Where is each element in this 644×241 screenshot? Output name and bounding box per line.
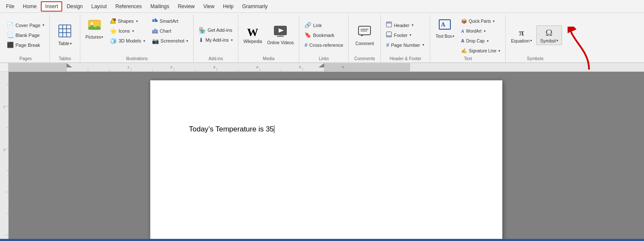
symbol-label: Symbol [540, 38, 556, 43]
drop-cap-dropdown: ▾ [487, 39, 489, 43]
menu-review[interactable]: Review [173, 2, 199, 11]
3d-models-button[interactable]: 🧊 3D Models ▾ [107, 36, 148, 46]
menu-home[interactable]: Home [18, 2, 41, 11]
wordart-button[interactable]: A WordArt ▾ [459, 26, 503, 36]
shapes-button[interactable]: Shapes ▾ [107, 16, 148, 26]
table-button[interactable]: Table ▾ [52, 22, 77, 48]
screenshot-button[interactable]: 📷 Screenshot ▾ [149, 36, 191, 46]
bookmark-button[interactable]: 🔖 Bookmark [302, 31, 346, 40]
menu-grammarly[interactable]: Grammarly [238, 2, 272, 11]
wordart-dropdown: ▾ [484, 29, 486, 33]
menu-help[interactable]: Help [219, 2, 238, 11]
document-content[interactable]: Today’s Temperature is 35 [189, 123, 464, 135]
menu-view[interactable]: View [199, 2, 219, 11]
icons-label: Icons [118, 28, 130, 34]
menu-layout[interactable]: Layout [87, 2, 111, 11]
page-break-button[interactable]: ⬛ Page Break [4, 40, 47, 50]
header-footer-group-label: Header & Footer [383, 55, 427, 62]
signature-line-label: Signature Line [469, 49, 497, 53]
header-button[interactable]: Header ▾ [383, 21, 427, 30]
equation-label: Equation [511, 38, 529, 43]
equation-button[interactable]: π Equation ▾ [508, 25, 534, 45]
pages-group-label: Pages [4, 55, 47, 62]
smartart-label: SmartArt [160, 18, 178, 24]
header-icon [386, 21, 392, 29]
text-box-label: Text Box [435, 34, 452, 39]
comments-group-label: Comments [351, 55, 378, 62]
smartart-button[interactable]: SmartArt [149, 16, 191, 26]
svg-rect-24 [386, 22, 392, 24]
wikipedia-button[interactable]: W Wikipedia [241, 24, 264, 46]
menu-insert[interactable]: Insert [41, 1, 62, 12]
get-add-ins-button[interactable]: 🏪 Get Add-ins [196, 25, 235, 35]
shapes-label: Shapes [118, 18, 134, 24]
svg-text:1: 1 [128, 65, 130, 69]
my-add-ins-dropdown: ▾ [231, 38, 233, 42]
symbol-button[interactable]: Ω Symbol ▾ [536, 25, 562, 45]
menu-mailings[interactable]: Mailings [146, 2, 173, 11]
drop-cap-button[interactable]: A Drop Cap ▾ [459, 36, 503, 46]
text-box-icon: A [438, 18, 451, 34]
blank-page-label: Blank Page [15, 33, 39, 38]
online-videos-button[interactable]: Online Videos [264, 24, 296, 47]
cross-reference-icon: # [304, 42, 307, 48]
cross-reference-button[interactable]: # Cross-reference [302, 40, 346, 50]
svg-rect-0 [59, 25, 71, 37]
cover-page-dropdown: ▾ [43, 23, 44, 27]
symbols-group-label: Symbols [508, 55, 562, 62]
3d-models-label: 3D Models [118, 38, 141, 43]
equation-icon: π [519, 27, 524, 38]
page-break-icon: ⬛ [7, 42, 14, 48]
cover-page-button[interactable]: 📄 Cover Page ▾ [4, 21, 47, 30]
page-number-button[interactable]: # Page Number ▾ [383, 40, 427, 50]
menu-references[interactable]: References [111, 2, 146, 11]
smartart-icon [152, 18, 158, 25]
svg-text:3: 3 [213, 65, 216, 69]
quick-parts-dropdown: ▾ [493, 19, 495, 23]
svg-rect-26 [386, 35, 392, 37]
comment-icon [358, 24, 371, 41]
get-add-ins-icon: 🏪 [199, 27, 206, 34]
blank-page-button[interactable]: 📃 Blank Page [4, 31, 47, 40]
drop-cap-label: Drop Cap [466, 39, 485, 43]
footer-button[interactable]: Footer ▾ [383, 31, 427, 40]
shapes-icon [110, 18, 116, 25]
wordart-icon: A [461, 28, 464, 34]
cover-page-icon: 📄 [7, 22, 14, 28]
table-dropdown-arrow: ▾ [70, 42, 72, 46]
wikipedia-label: Wikipedia [243, 39, 262, 44]
pictures-button[interactable]: Pictures ▾ [83, 16, 106, 41]
document-text: Today’s Temperature is 35 [189, 125, 274, 133]
link-icon: 🔗 [304, 22, 311, 28]
chart-icon [152, 27, 158, 35]
text-box-button[interactable]: A Text Box ▾ [433, 16, 456, 40]
menu-file[interactable]: File [2, 2, 18, 11]
menu-bar: File Home Insert Design Layout Reference… [0, 0, 644, 13]
footer-icon [386, 31, 392, 39]
3d-models-dropdown: ▾ [143, 39, 145, 43]
quick-parts-button[interactable]: 📦 Quick Parts ▾ [459, 16, 503, 26]
screenshot-icon: 📷 [152, 38, 159, 44]
shapes-dropdown: ▾ [136, 19, 138, 23]
table-label: Table [58, 41, 69, 46]
svg-text:5: 5 [299, 65, 301, 69]
page-number-icon: # [386, 42, 389, 48]
header-dropdown: ▾ [412, 23, 413, 27]
symbol-dropdown: ▾ [556, 39, 558, 43]
footer-label: Footer [394, 33, 407, 38]
equation-dropdown: ▾ [530, 39, 532, 43]
ruler-top: 1 2 3 4 5 6 [9, 63, 644, 71]
chart-button[interactable]: Chart [149, 26, 191, 36]
page-number-label: Page Number [391, 43, 420, 48]
menu-design[interactable]: Design [62, 2, 87, 11]
my-add-ins-button[interactable]: ⬇ My Add-ins ▾ [196, 35, 235, 45]
table-icon [58, 24, 72, 41]
bookmark-label: Bookmark [313, 33, 334, 38]
screenshot-dropdown: ▾ [186, 39, 188, 43]
document-scroll-area[interactable]: Today’s Temperature is 35 [9, 72, 644, 239]
comment-button[interactable]: Comment [352, 23, 377, 48]
media-group-label: Media [241, 55, 296, 62]
link-button[interactable]: 🔗 Link [302, 21, 346, 30]
icons-button[interactable]: ⭐ Icons ▾ [107, 26, 148, 36]
signature-line-button[interactable]: ✍ Signature Line ▾ [459, 46, 503, 55]
